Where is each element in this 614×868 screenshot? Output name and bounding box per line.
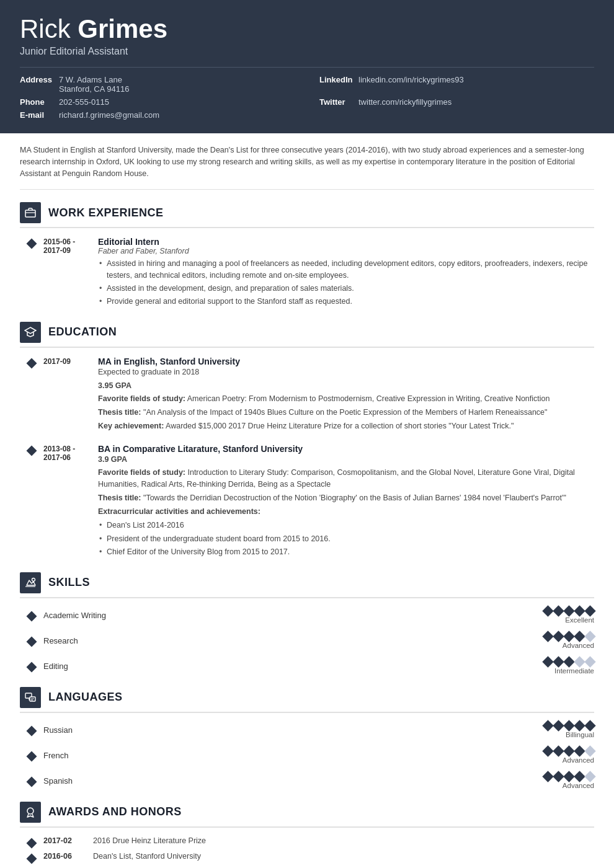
award-date-2: 2016-06 (43, 852, 93, 861)
diamond-filled (542, 656, 553, 667)
address-value: 7 W. Adams LaneStanford, CA 94116 (59, 75, 129, 94)
lang-level-spanish: Advanced (563, 782, 594, 789)
edu-ba-bullets: Dean's List 2014-2016 President of the u… (98, 520, 594, 557)
awards-section: AWARDS AND HONORS 2017-02 2016 Drue Hein… (20, 802, 594, 868)
languages-section: LANGUAGES Russian Billingual (20, 687, 594, 789)
edu-entry-ba: 2013-08 -2017-06 BA in Comparative Litar… (20, 444, 594, 560)
work-title-1: Editorial Intern (98, 237, 594, 247)
skill-name-editing: Editing (43, 662, 520, 671)
email-label: E-mail (20, 110, 54, 120)
header: Rick Grimes Junior Editorial Assistant A… (0, 0, 614, 133)
award-row-2: 2016-06 Dean's List, Stanford University (20, 852, 594, 862)
lang-bullet-1 (20, 725, 43, 735)
skill-row-academic-writing: Academic Writing Excellent (20, 607, 594, 624)
svg-point-3 (32, 578, 35, 581)
work-bullet-1c: Provide general and editorial support to… (98, 296, 594, 307)
work-dates-1: 2015-06 -2017-09 (43, 237, 93, 309)
diamond-empty (584, 745, 595, 756)
diamond-icon (27, 636, 37, 647)
edu-dates-ma: 2017-09 (43, 356, 93, 434)
work-experience-header: WORK EXPERIENCE (20, 202, 594, 228)
edu-ba-bullet-1: Dean's List 2014-2016 (98, 520, 594, 531)
lang-bullet-3 (20, 776, 43, 786)
lang-level-russian: Billingual (566, 731, 594, 738)
languages-header: LANGUAGES (20, 687, 594, 713)
diamond-filled (574, 745, 585, 756)
diamond-filled (584, 720, 595, 731)
work-experience-section: WORK EXPERIENCE 2015-06 -2017-09 Editori… (20, 202, 594, 309)
edu-title-ba: BA in Comparative Litarature, Stanford U… (98, 444, 594, 454)
diamond-empty (584, 656, 595, 667)
skill-bullet-3 (20, 662, 43, 671)
education-header: EDUCATION (20, 322, 594, 348)
skill-row-editing: Editing Intermediate (20, 658, 594, 675)
diamond-filled (553, 745, 564, 756)
skills-icon (20, 572, 41, 593)
diamond-filled (542, 631, 553, 642)
award-date-1: 2017-02 (43, 836, 93, 845)
edu-content-ma: MA in English, Stanford University Expec… (93, 356, 594, 434)
edu-dates-ba: 2013-08 -2017-06 (43, 444, 93, 560)
diamond-filled (553, 631, 564, 642)
diamond-empty (584, 771, 595, 782)
phone-value: 202-555-0115 (59, 97, 109, 107)
svg-rect-0 (25, 210, 35, 217)
diamond-filled (563, 720, 574, 731)
work-icon (20, 202, 41, 223)
work-bullets-1: Assisted in hiring and managing a pool o… (98, 258, 594, 307)
edu-ma-gpa: 3.95 GPA (98, 380, 594, 392)
skill-level-research: Advanced (563, 642, 594, 649)
skills-header: SKILLS (20, 572, 594, 598)
bullet-edu-ba (20, 444, 43, 560)
lang-rating-french: Advanced (520, 747, 594, 764)
diamond-filled (542, 771, 553, 782)
skill-bullet-1 (20, 611, 43, 620)
awards-header: AWARDS AND HONORS (20, 802, 594, 828)
contact-email: E-mail richard.f.grimes@gmail.com (20, 109, 295, 121)
diamond-icon (27, 751, 37, 761)
lang-level-french: Advanced (563, 756, 594, 764)
skill-level-editing: Intermediate (554, 667, 594, 675)
edu-ba-gpa: 3.9 GPA (98, 454, 594, 466)
diamond-filled (553, 605, 564, 616)
diamonds-row (544, 722, 594, 730)
award-row-1: 2017-02 2016 Drue Heinz Literature Prize (20, 836, 594, 847)
contact-address: Address 7 W. Adams LaneStanford, CA 9411… (20, 74, 295, 95)
contact-linkedin: LinkedIn linkedin.com/in/rickygrimes93 (319, 74, 594, 95)
diamond-icon (27, 358, 37, 368)
edu-ma-graduate: Expected to graduate in 2018 (98, 366, 594, 378)
award-bullet-2 (20, 852, 43, 862)
diamonds-row (544, 607, 594, 615)
lang-row-french: French Advanced (20, 747, 594, 764)
contact-phone: Phone 202-555-0115 (20, 96, 295, 108)
edu-body-ma: Expected to graduate in 2018 3.95 GPA Fa… (98, 366, 594, 432)
lang-row-spanish: Spanish Advanced (20, 773, 594, 789)
bullet-work-1 (20, 237, 43, 309)
diamond-filled (584, 605, 595, 616)
diamond-icon (27, 239, 37, 249)
diamond-icon (27, 445, 37, 456)
diamond-icon (27, 838, 37, 848)
diamonds-row (544, 747, 594, 755)
svg-point-9 (27, 808, 33, 814)
languages-icon (20, 687, 41, 708)
diamonds-row (544, 658, 594, 666)
main-content: MA Student in English at Stanford Univer… (0, 133, 614, 868)
award-desc-2: Dean's List, Stanford University (93, 852, 594, 861)
award-bullet-1 (20, 836, 43, 847)
diamond-filled (553, 656, 564, 667)
award-desc-1: 2016 Drue Heinz Literature Prize (93, 836, 594, 845)
twitter-label: Twitter (319, 97, 354, 107)
skill-rating-editing: Intermediate (520, 658, 594, 675)
diamond-filled (574, 771, 585, 782)
diamonds-row (544, 632, 594, 640)
edu-ma-thesis: Thesis title: "An Analysis of the Impact… (98, 407, 594, 418)
diamond-filled (553, 771, 564, 782)
lang-name-french: French (43, 751, 520, 760)
summary-text: MA Student in English at Stanford Univer… (20, 144, 594, 190)
contact-grid: Address 7 W. Adams LaneStanford, CA 9411… (20, 74, 594, 121)
linkedin-value: linkedin.com/in/rickygrimes93 (358, 75, 464, 84)
lang-name-russian: Russian (43, 725, 520, 735)
diamond-filled (574, 631, 585, 642)
skill-bullet-2 (20, 636, 43, 645)
